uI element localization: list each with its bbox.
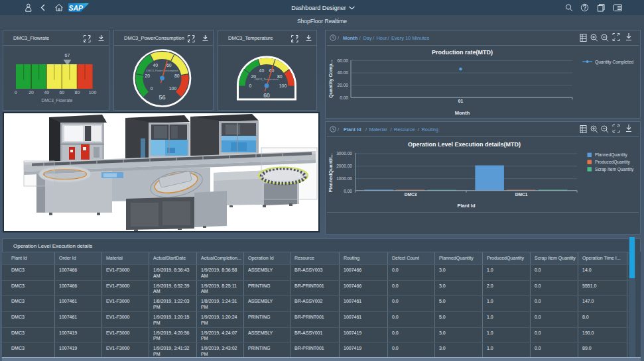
svg-text:Month: Month [343,35,358,41]
svg-text:67: 67 [65,53,70,58]
svg-text:1000.00: 1000.00 [336,176,352,181]
svg-text:DMC1: DMC1 [515,192,528,197]
svg-text:100: 100 [279,83,287,88]
svg-text:Material: Material [369,127,387,132]
svg-text:DMC3: DMC3 [405,192,417,197]
svg-text:60: 60 [60,90,65,95]
svg-text:60.00: 60.00 [337,58,348,63]
svg-text:Routing: Routing [422,127,438,132]
svg-text:100: 100 [169,86,177,91]
svg-text:40.00: 40.00 [337,70,348,75]
svg-text:56: 56 [159,94,165,101]
svg-text:Hour: Hour [377,35,388,41]
svg-text:Production rate(MTD): Production rate(MTD) [432,49,493,56]
svg-text:Operation Level Execution deta: Operation Level Execution details(MTD) [408,141,521,148]
svg-text:Plant Id: Plant Id [457,203,476,209]
svg-text:Month: Month [455,110,470,116]
svg-text:/: / [388,35,390,41]
svg-text:/: / [365,127,367,132]
svg-text:100: 100 [89,90,97,95]
svg-text:40: 40 [259,68,265,73]
svg-text:/: / [418,127,420,132]
svg-text:0.00: 0.00 [344,189,352,193]
svg-text:3000.00: 3000.00 [336,151,352,156]
svg-text:80: 80 [174,74,180,78]
svg-text:Resource: Resource [394,127,415,132]
svg-text:Quantity Comp...: Quantity Comp... [328,60,334,98]
svg-text:0.00: 0.00 [340,95,348,100]
svg-text:PlannedQuantity: PlannedQuantity [595,152,627,158]
svg-text:DMC3_PowerConsumption: DMC3_PowerConsumption [146,69,178,72]
svg-text:DMC3_Temperature: DMC3_Temperature [255,77,279,81]
svg-text:DMC3_Flowrate: DMC3_Flowrate [42,98,73,103]
svg-text:Quantity Completed: Quantity Completed [595,60,634,65]
svg-text:/: / [391,127,393,132]
svg-text:PlannedQuantit...: PlannedQuantit... [328,153,334,192]
svg-text:01: 01 [458,99,464,103]
svg-text:20: 20 [29,90,34,95]
svg-text:Dashboard Designer: Dashboard Designer [291,5,346,11]
svg-text:60: 60 [166,63,172,68]
svg-text:/: / [373,35,375,41]
svg-text:0: 0 [249,83,252,88]
svg-text:ProducedQuantity: ProducedQuantity [595,160,630,165]
svg-text:20.00: 20.00 [337,83,348,87]
svg-text:40: 40 [44,90,49,95]
svg-text:Every 10 Minutes: Every 10 Minutes [391,35,429,41]
svg-text:/: / [338,127,340,132]
svg-text:Scrap Item Quantity: Scrap Item Quantity [595,167,634,172]
svg-text:Day: Day [363,35,372,41]
svg-text:0: 0 [151,86,153,91]
svg-text:2000.00: 2000.00 [336,164,352,168]
svg-text:/: / [359,35,361,41]
svg-text:20: 20 [145,74,151,78]
svg-text:0: 0 [15,90,17,95]
svg-text:/: / [338,35,340,41]
svg-text:Plant Id: Plant Id [344,127,361,132]
svg-text:SAP: SAP [69,4,84,12]
svg-text:60: 60 [263,92,270,99]
svg-text:40: 40 [153,63,159,68]
svg-text:80: 80 [75,90,80,95]
